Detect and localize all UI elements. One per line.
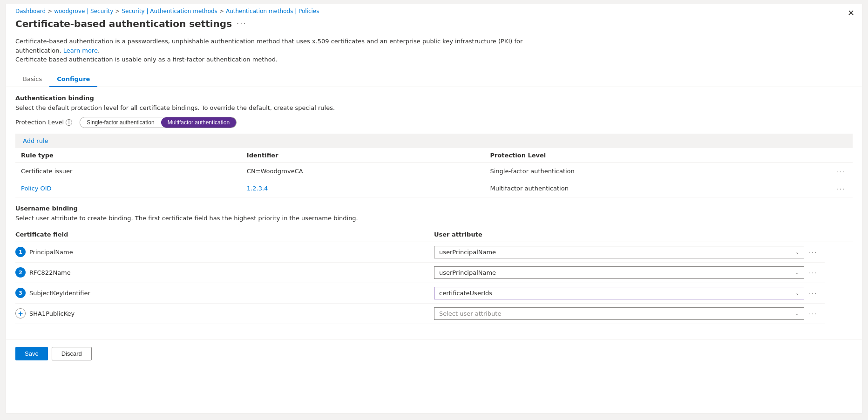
row-number-badge: 2 — [15, 267, 26, 278]
cert-field-cell: + SHA1PublicKey — [15, 303, 434, 324]
username-binding-desc: Select user attribute to create binding.… — [15, 215, 853, 222]
tab-configure[interactable]: Configure — [49, 72, 97, 87]
row-number-badge: 1 — [15, 247, 26, 257]
row-add-badge[interactable]: + — [15, 308, 26, 318]
chevron-down-icon: ⌄ — [795, 250, 799, 255]
username-binding-title: Username binding — [15, 205, 853, 212]
col-user-attribute: User attribute — [434, 227, 825, 242]
row-ellipsis-button-ub4[interactable]: ··· — [807, 309, 819, 318]
dropdown-value: userPrincipalName — [439, 249, 496, 256]
auth-binding-section: Authentication binding Select the defaul… — [15, 95, 853, 197]
breadcrumb-woodgrove-security[interactable]: woodgrove | Security — [54, 8, 113, 14]
auth-binding-title: Authentication binding — [15, 95, 853, 102]
username-table-row: + SHA1PublicKey Select user attribute ⌄ — [15, 303, 853, 324]
user-attribute-cell: userPrincipalName ⌄ ··· — [434, 262, 825, 283]
username-table-row: 1 PrincipalName userPrincipalName ⌄ — [15, 242, 853, 262]
dropdown-value: certificateUserIds — [439, 290, 492, 297]
cert-field-name: PrincipalName — [29, 249, 73, 256]
identifier-cell: CN=WoodgroveCA — [241, 163, 485, 180]
row-ellipsis-button[interactable]: ··· — [835, 167, 847, 176]
username-binding-section: Username binding Select user attribute t… — [15, 205, 853, 324]
protection-level-cell-2: Multifactor authentication — [484, 180, 829, 197]
toggle-single-factor[interactable]: Single-factor authentication — [80, 117, 161, 128]
identifier-cell-link[interactable]: 1.2.3.4 — [241, 180, 485, 197]
more-options-icon[interactable]: ··· — [237, 20, 246, 28]
user-attribute-cell: userPrincipalName ⌄ ··· — [434, 242, 825, 262]
row-ellipsis-button-ub3[interactable]: ··· — [807, 288, 819, 298]
user-attribute-dropdown-4[interactable]: Select user attribute ⌄ — [434, 307, 804, 320]
footer: Save Discard — [6, 339, 862, 368]
breadcrumb: Dashboard > woodgrove | Security > Secur… — [6, 4, 862, 16]
user-attribute-cell-placeholder: Select user attribute ⌄ ··· — [434, 303, 825, 324]
cert-field-name: SHA1PublicKey — [29, 310, 75, 317]
user-attribute-dropdown-3[interactable]: certificateUserIds ⌄ — [434, 287, 804, 299]
username-table-row: 3 SubjectKeyIdentifier certificateUserId… — [15, 283, 853, 303]
cert-field-cell: 3 SubjectKeyIdentifier — [15, 283, 434, 303]
cert-field-name: SubjectKeyIdentifier — [29, 290, 90, 297]
save-button[interactable]: Save — [15, 347, 48, 360]
chevron-down-icon: ⌄ — [795, 270, 799, 275]
cert-field-cell: 1 PrincipalName — [15, 242, 434, 262]
cert-field-name: RFC822Name — [29, 269, 71, 276]
row-number-badge: 3 — [15, 288, 26, 298]
discard-button[interactable]: Discard — [52, 347, 92, 360]
chevron-down-icon: ⌄ — [795, 311, 799, 316]
dropdown-value: userPrincipalName — [439, 269, 496, 276]
col-rule-type: Rule type — [15, 148, 241, 163]
breadcrumb-security-auth-methods[interactable]: Security | Authentication methods — [122, 8, 217, 14]
table-row: Policy OID 1.2.3.4 Multifactor authentic… — [15, 180, 853, 197]
rule-type-cell: Certificate issuer — [15, 163, 241, 180]
chevron-down-icon: ⌄ — [795, 291, 799, 296]
row-ellipsis-button-2[interactable]: ··· — [835, 184, 847, 193]
protection-level-cell: Single-factor authentication — [484, 163, 829, 180]
col-actions — [829, 148, 853, 163]
dropdown-placeholder: Select user attribute — [439, 310, 501, 317]
toggle-multifactor[interactable]: Multifactor authentication — [161, 117, 236, 128]
col-ub-actions — [825, 227, 853, 242]
username-table: Certificate field User attribute 1 Princ… — [15, 227, 853, 324]
add-rule-bar[interactable]: Add rule — [15, 134, 853, 148]
close-button[interactable]: ✕ — [848, 9, 854, 17]
row-actions-cell-2: ··· — [829, 180, 853, 197]
username-table-row: 2 RFC822Name userPrincipalName ⌄ — [15, 262, 853, 283]
cert-field-cell: 2 RFC822Name — [15, 262, 434, 283]
rules-table: Rule type Identifier Protection Level Ce… — [15, 148, 853, 197]
protection-level-label: Protection Level i — [15, 119, 72, 126]
row-ellipsis-button-ub1[interactable]: ··· — [807, 247, 819, 257]
row-actions-cell: ··· — [829, 163, 853, 180]
auth-binding-desc: Select the default protection level for … — [15, 104, 853, 111]
tab-group: Basics Configure — [6, 68, 862, 87]
breadcrumb-dashboard[interactable]: Dashboard — [15, 8, 46, 14]
description-text: Certificate-based authentication is a pa… — [6, 33, 565, 66]
col-protection-level: Protection Level — [484, 148, 829, 163]
row-ellipsis-button-ub2[interactable]: ··· — [807, 268, 819, 277]
info-icon[interactable]: i — [66, 119, 72, 126]
learn-more-link[interactable]: Learn more — [63, 47, 98, 54]
protection-level-row: Protection Level i Single-factor authent… — [15, 117, 853, 128]
rule-type-cell-link[interactable]: Policy OID — [15, 180, 241, 197]
col-identifier: Identifier — [241, 148, 485, 163]
table-row: Certificate issuer CN=WoodgroveCA Single… — [15, 163, 853, 180]
tab-basics[interactable]: Basics — [15, 72, 49, 87]
user-attribute-cell-highlighted: certificateUserIds ⌄ ··· — [434, 283, 825, 303]
page-title: Certificate-based authentication setting… — [15, 18, 232, 29]
protection-level-toggle: Single-factor authentication Multifactor… — [80, 117, 237, 128]
panel-header: Certificate-based authentication setting… — [6, 16, 862, 33]
user-attribute-dropdown-1[interactable]: userPrincipalName ⌄ — [434, 246, 804, 258]
col-cert-field: Certificate field — [15, 227, 434, 242]
breadcrumb-auth-methods-policies[interactable]: Authentication methods | Policies — [226, 8, 319, 14]
user-attribute-dropdown-2[interactable]: userPrincipalName ⌄ — [434, 266, 804, 279]
